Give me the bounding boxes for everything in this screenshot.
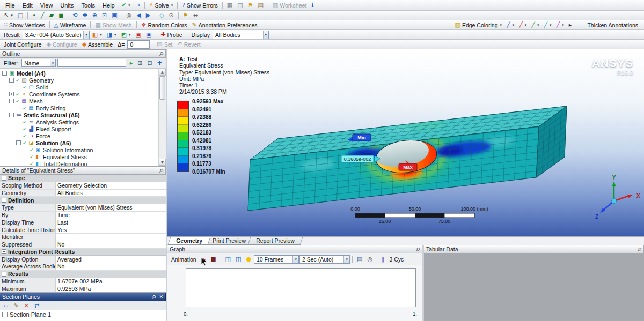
- new-section-plane-button[interactable]: ▱: [2, 302, 10, 309]
- tab-geometry[interactable]: Geometry: [168, 237, 211, 245]
- pin-icon[interactable]: ⚲: [636, 246, 643, 253]
- expander-icon[interactable]: −: [16, 140, 21, 145]
- tree-scrollbar[interactable]: ▲ ▼: [158, 69, 166, 166]
- tree-item-geometry[interactable]: −✓▧Geometry: [0, 77, 157, 84]
- pin-icon[interactable]: ⚲: [158, 167, 165, 174]
- edge-direction-arrow-button[interactable]: ▸: [567, 21, 574, 28]
- tree-item-solid[interactable]: ✓▢Solid: [0, 84, 157, 91]
- scroll-up-icon[interactable]: ▲: [159, 69, 166, 76]
- scroll-down-icon[interactable]: ▼: [159, 159, 166, 166]
- details-property-value[interactable]: 1.6707e-002 MPa: [56, 278, 166, 285]
- menu-view[interactable]: View: [36, 1, 57, 10]
- solve-button[interactable]: ⚡Solve▾: [147, 2, 175, 9]
- show-errors-button[interactable]: ?Show Errors: [180, 2, 220, 9]
- solve-status-button[interactable]: ✔▾: [119, 2, 133, 9]
- expander-icon[interactable]: −: [2, 71, 7, 76]
- tree-item-model-a4[interactable]: −▣Model (A4): [0, 70, 157, 77]
- details-property-value[interactable]: All Bodies: [56, 190, 166, 197]
- expander-icon[interactable]: −: [9, 99, 14, 103]
- tree-item-analysis-settings[interactable]: ✓≡Analysis Settings: [0, 118, 157, 125]
- filter-edge-button[interactable]: ╱: [39, 12, 47, 19]
- filter-apply-button[interactable]: ▸: [128, 59, 135, 66]
- orientation-triad[interactable]: Y X Z: [595, 175, 640, 220]
- next-view-button[interactable]: ▶: [144, 12, 152, 19]
- tree-item-body-sizing[interactable]: ✓▦Body Sizing: [0, 104, 157, 111]
- tree-item-total-deformation[interactable]: ✓◧Total Deformation: [0, 160, 157, 166]
- duration-select-dropdown[interactable]: 2 Sec (Auto)▾: [299, 255, 350, 264]
- look-at-face-button[interactable]: ⊙: [167, 12, 176, 19]
- show-vertices-button[interactable]: ∷Show Vertices: [2, 21, 47, 29]
- clipboard-button[interactable]: ▤: [256, 2, 266, 9]
- contour-display-button[interactable]: ◧▾: [90, 31, 104, 38]
- menu-tools[interactable]: Tools: [77, 1, 99, 10]
- result-scale-dropdown[interactable]: 3.4e+004 (Auto Scale)▾: [23, 31, 90, 39]
- flip-section-plane-button[interactable]: ⇄: [32, 302, 41, 309]
- fit-view-button[interactable]: ▣: [109, 12, 119, 19]
- details-property-value[interactable]: [56, 234, 166, 241]
- filter-type-dropdown[interactable]: Name ▾: [21, 59, 56, 67]
- pin-icon[interactable]: ⚲: [414, 246, 421, 253]
- delete-section-plane-button[interactable]: ✕: [22, 302, 31, 309]
- details-property-value[interactable]: Equivalent (von-Mises) Stress: [56, 204, 166, 211]
- edge-coloring-button[interactable]: ▥Edge Coloring▾: [453, 21, 504, 29]
- previous-view-button[interactable]: ◀: [134, 12, 143, 19]
- filter-body-button[interactable]: ◼: [56, 12, 65, 19]
- details-group-scope[interactable]: −Scope: [0, 175, 166, 182]
- zoom-view-button[interactable]: ⊕: [90, 12, 99, 19]
- expand-all-button[interactable]: ⊞: [135, 59, 144, 66]
- rotate-view-button[interactable]: ⟲: [70, 12, 79, 19]
- ruler-tool-button[interactable]: ↔: [191, 12, 200, 19]
- details-property-value[interactable]: No: [56, 241, 166, 248]
- frames-select-dropdown[interactable]: 10 Frames▾: [254, 255, 299, 264]
- probe-annotation[interactable]: 0.3605e-002: [341, 155, 380, 162]
- update-frequency-button[interactable]: ‖: [379, 256, 387, 263]
- display-scope-dropdown[interactable]: All Bodies▾: [213, 31, 269, 39]
- model-viewport[interactable]: Min Max 0.3605e-002 0.00 50.00: [167, 49, 644, 236]
- edge-option-red-button[interactable]: ╱▾: [517, 21, 529, 28]
- details-property-value[interactable]: Last: [56, 219, 166, 226]
- details-group-results[interactable]: −Results: [0, 271, 166, 278]
- filter-vertex-button[interactable]: ∙: [30, 12, 38, 19]
- tree-item-fixed-support[interactable]: ✓▟Fixed Support: [0, 125, 157, 132]
- tab-print-preview[interactable]: Print Preview: [204, 237, 254, 245]
- min-tag-button[interactable]: ▣: [144, 31, 153, 38]
- animation-hint-button[interactable]: ●: [244, 256, 253, 263]
- menu-file[interactable]: File: [2, 1, 19, 10]
- random-colors-button[interactable]: ❖Random Colors: [139, 21, 189, 29]
- select-mode-button[interactable]: ↖▾: [2, 12, 15, 19]
- next-frame-button[interactable]: ◫: [233, 256, 243, 263]
- details-property-value[interactable]: 0.92593 MPa: [56, 285, 166, 292]
- tree-item-mesh[interactable]: −✓▦Mesh: [0, 98, 157, 104]
- export-video-button[interactable]: ▤: [355, 256, 364, 263]
- unit-grid-button[interactable]: ▦: [225, 2, 235, 9]
- thicken-annotations-button[interactable]: ≡Thicken Annotations: [579, 21, 640, 29]
- menu-units[interactable]: Units: [56, 1, 77, 10]
- delta-value-input[interactable]: 0: [127, 40, 150, 49]
- details-property-value[interactable]: Time: [56, 212, 166, 219]
- zoom-box-button[interactable]: ⊡: [100, 12, 109, 19]
- tree-options-button[interactable]: ✚: [155, 59, 164, 66]
- section-plane-checkbox[interactable]: [2, 312, 8, 317]
- expander-icon[interactable]: −: [9, 78, 14, 83]
- tree-item-force[interactable]: ✓→Force: [0, 132, 157, 139]
- stop-animation-button[interactable]: ■: [208, 256, 218, 263]
- menu-edit[interactable]: Edit: [19, 1, 36, 10]
- details-property-value[interactable]: No: [56, 263, 166, 270]
- edge-option-cyan-button[interactable]: ╱▾: [541, 21, 553, 28]
- pin-icon[interactable]: ⚲: [150, 294, 157, 301]
- edge-option-magenta-button[interactable]: ╱▾: [554, 21, 566, 28]
- iso-view-button[interactable]: ◇: [157, 12, 166, 19]
- label-tag-button[interactable]: ⚑: [181, 12, 191, 19]
- close-icon[interactable]: ✕: [159, 294, 163, 300]
- zoom-graph-button[interactable]: ◎: [365, 256, 375, 263]
- play-animation-button[interactable]: ▶: [199, 256, 208, 263]
- details-group-definition[interactable]: −Definition: [0, 197, 166, 204]
- probe-button[interactable]: ✚Probe: [158, 31, 184, 39]
- collapse-all-button[interactable]: ⊟: [145, 59, 155, 66]
- tree-item-solution-information[interactable]: ✓◉Solution Information: [0, 146, 157, 153]
- vector-display-button[interactable]: ◩▾: [119, 31, 133, 38]
- selection-information-button[interactable]: ℹ: [309, 2, 316, 9]
- edge-option-blue-button[interactable]: ╱▾: [504, 21, 516, 28]
- edit-section-plane-button[interactable]: ✎: [11, 302, 20, 309]
- insert-object-button[interactable]: →: [133, 2, 142, 9]
